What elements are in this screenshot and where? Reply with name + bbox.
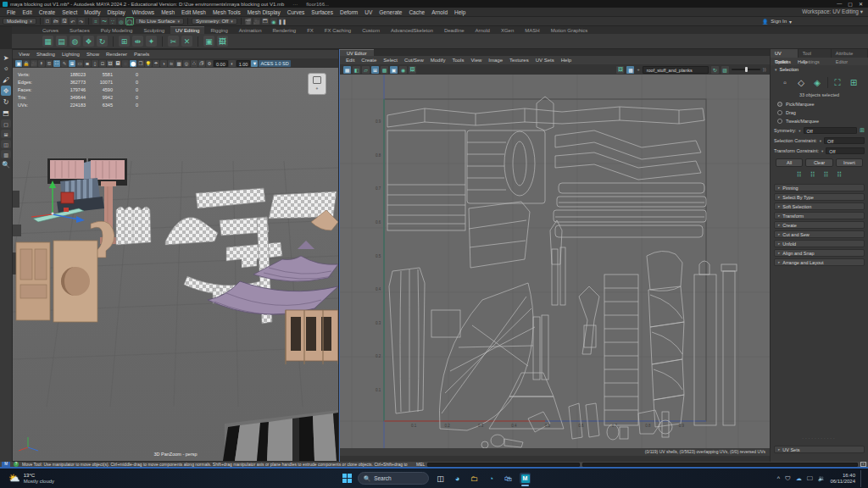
red-box[interactable] — [61, 192, 74, 203]
gamma-field[interactable]: 1.00 — [236, 60, 251, 67]
menu-item[interactable]: Edit — [19, 9, 35, 15]
uv-texture-borders-icon[interactable]: ▣ — [390, 66, 398, 74]
save-scene-icon[interactable]: 🖫 — [61, 18, 68, 25]
menu-item[interactable]: Mesh Tools — [209, 9, 244, 15]
uv-menu-item[interactable]: Select — [381, 58, 400, 63]
uv-menu-item[interactable]: Tools — [449, 58, 466, 63]
toolkit-tab[interactable]: UV Toolkit — [771, 49, 798, 58]
zoom-tool-icon[interactable]: 🔍 — [1, 159, 11, 169]
shelf-camera-mapping-icon[interactable]: ↻ — [97, 36, 108, 47]
viewport-menu-item[interactable]: Show — [84, 52, 102, 57]
selection-button[interactable]: Clear — [805, 158, 832, 167]
menu-item[interactable]: Curves — [284, 9, 309, 15]
menu-item[interactable]: Mesh Display — [244, 9, 284, 15]
vp-lock-camera-icon[interactable]: 🔒 — [23, 60, 30, 67]
shelf-cylindrical-mapping-icon[interactable]: ▤ — [56, 36, 67, 47]
vp-bookmark-icon[interactable]: 🖈 — [38, 60, 45, 67]
panzoom-overlay-icon[interactable]: ⌖ — [308, 73, 326, 95]
menu-item[interactable]: Display — [103, 9, 128, 15]
tray-chevron-icon[interactable]: ^ — [777, 475, 780, 481]
toolkit-section-header[interactable]: Arrange and Layout — [774, 258, 865, 266]
maya-taskbar-icon[interactable]: M — [520, 473, 531, 484]
vp-motion-blur-icon[interactable]: ≋ — [168, 60, 175, 67]
shelf-optimize-icon[interactable]: ✦ — [146, 36, 157, 47]
shelf-tab[interactable]: XGen — [496, 27, 519, 34]
layout-outliner-pane-icon[interactable]: ▥ — [1, 150, 11, 158]
layout-single-pane-icon[interactable]: ▢ — [1, 119, 11, 128]
to-edge-icon[interactable]: ⠿ — [810, 171, 815, 179]
uv-checker-icon[interactable]: ⊞ — [371, 66, 379, 74]
perspective-viewport[interactable]: ViewShadingLightingShowRendererPanels ▣ … — [12, 49, 339, 462]
toolkit-splitter[interactable]: ··········· — [771, 435, 868, 441]
uv-texture-checker-icon[interactable]: ▩ — [626, 66, 634, 74]
toolkit-section-header[interactable]: Transform — [774, 212, 865, 219]
mel-input-field[interactable] — [427, 463, 580, 467]
maximize-button[interactable]: ▢ — [848, 1, 853, 7]
menu-item[interactable]: Cache — [405, 9, 428, 15]
uv-exposure-slider[interactable] — [732, 69, 760, 70]
redo-icon[interactable]: ↷ — [78, 18, 85, 25]
menu-item[interactable]: Help — [451, 9, 469, 15]
vp-exposure-icon[interactable]: ⚙ — [206, 60, 213, 67]
vp-image-plane-icon[interactable]: 🖻 — [46, 60, 53, 67]
selection-style-radio[interactable]: Pick/Marquee — [771, 100, 868, 108]
layout-four-pane-icon[interactable]: ⊞ — [1, 130, 11, 138]
taskbar-clock[interactable]: 16:40 06/11/2024 — [830, 473, 855, 485]
shelf-tab[interactable]: Sculpting — [138, 27, 170, 34]
onedrive-icon[interactable]: ☁ — [796, 475, 802, 482]
uv-menu-item[interactable]: View — [468, 58, 484, 63]
uv-texture-filter-icon[interactable]: ▨ — [721, 66, 729, 74]
render-frame-icon[interactable]: 🎬 — [245, 18, 252, 25]
shelf-cut-uv-icon[interactable]: ✂ — [168, 36, 179, 47]
task-view-icon[interactable]: ◫ — [435, 473, 446, 484]
layout-two-pane-icon[interactable]: ◫ — [1, 140, 11, 148]
uv-texture-add[interactable]: + — [637, 67, 639, 72]
paint-select-tool-icon[interactable]: 🖌 — [1, 75, 11, 85]
vp-field-chart-icon[interactable]: ⊡ — [99, 60, 106, 67]
vp-isolate-select-icon[interactable]: ⛬ — [191, 60, 198, 67]
snap-projected-center-icon[interactable]: ◎ — [118, 18, 125, 25]
shelf-tab[interactable]: AdvancedSkeleton — [386, 27, 438, 34]
toolkit-section-header[interactable]: Align and Snap — [774, 249, 865, 257]
open-scene-icon[interactable]: 🗁 — [53, 18, 59, 25]
menu-item[interactable]: Windows — [129, 9, 158, 15]
uv-toolbar-overflow[interactable]: ⟩⟩ — [763, 67, 766, 72]
uv-texture-name-field[interactable]: roof_stuff_and_planks — [643, 66, 709, 74]
volume-icon[interactable]: 🔉 — [818, 475, 826, 482]
uv-distortion-icon[interactable]: ▩ — [381, 66, 388, 74]
move-tool-icon[interactable]: ✥ — [1, 86, 11, 96]
vp-gamma-icon[interactable]: ◐ — [229, 60, 236, 67]
toolkit-tab[interactable]: Attribute Editor — [832, 49, 868, 58]
vp-gate-mask-icon[interactable]: ▯ — [92, 60, 98, 67]
start-button[interactable] — [342, 474, 352, 483]
workspace-selector[interactable]: Workspace: UV Editing ▾ — [802, 8, 863, 15]
vp-safe-title-icon[interactable]: 🆃 — [114, 60, 121, 67]
shelf-automatic-mapping-icon[interactable]: ❖ — [83, 36, 94, 47]
select-tool-icon[interactable]: ➤ — [1, 53, 11, 63]
menu-item[interactable]: Select — [58, 9, 81, 15]
vp-xray-icon[interactable]: 🗇 — [198, 60, 205, 67]
toolkit-section-header[interactable]: Cut and Sew — [774, 230, 865, 238]
viewport-menu-item[interactable]: Lighting — [59, 52, 82, 57]
shelf-unfold-icon[interactable]: ⇹ — [132, 36, 143, 47]
shelf-tab[interactable]: Poly Modeling — [96, 27, 138, 34]
shelf-tab[interactable]: MASH — [520, 27, 544, 34]
selection-constraint-value[interactable]: Off — [824, 137, 865, 144]
edge-browser-icon[interactable]: ◔ — [486, 473, 497, 484]
tan-cabinets[interactable] — [16, 241, 97, 322]
uv-shade-shells-icon[interactable]: ◉ — [399, 66, 407, 74]
snap-grid-icon[interactable]: ⌗ — [92, 18, 99, 25]
shelf-tab[interactable]: Arnold — [470, 27, 495, 34]
scale-tool-icon[interactable]: ⬒ — [1, 108, 11, 118]
symmetry-dropdown[interactable]: Symmetry: Off▾ — [192, 18, 237, 25]
microsoft-store-icon[interactable]: 🛍 — [503, 473, 514, 484]
toolkit-section-header[interactable]: Create — [774, 221, 865, 229]
toolkit-section-header[interactable]: Soft Selection — [774, 202, 865, 210]
shelf-tab[interactable]: FX Caching — [320, 27, 356, 34]
vp-colorspace-icon[interactable]: ▼ — [251, 60, 258, 67]
uv-shells[interactable] — [387, 97, 737, 448]
menu-item[interactable]: Mesh — [158, 9, 178, 15]
checker-ramp[interactable] — [165, 218, 218, 245]
uv-menu-item[interactable]: Cut/Sew — [402, 58, 426, 63]
vp-grid-icon[interactable]: ⊞ — [69, 60, 75, 67]
